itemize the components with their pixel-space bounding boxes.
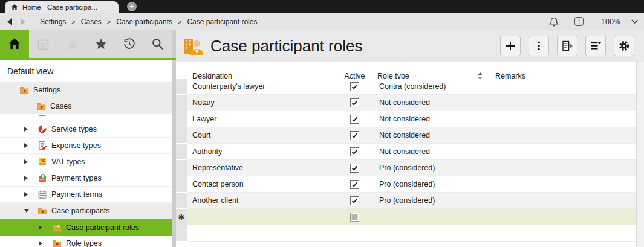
row-selector[interactable] [176,111,187,127]
checkbox-checked[interactable] [350,164,359,173]
cell-role-type[interactable]: Pro (considered) [372,176,490,193]
row-selector[interactable] [176,193,187,209]
cell-remarks[interactable] [490,193,636,209]
sidebar-item-expense-types[interactable]: Expense types [0,138,172,154]
checkbox-disabled[interactable] [350,213,359,222]
breadcrumb-item-cases[interactable]: Cases [81,18,102,26]
new-cell-role-type[interactable] [372,209,490,225]
expand-caret-icon[interactable] [39,225,52,230]
cell-designation[interactable]: Notary [187,95,337,111]
cell-designation[interactable]: Contact person [187,176,337,193]
sidebar-item-cases[interactable]: Cases [0,98,172,115]
cell-remarks[interactable] [490,79,636,95]
cell-role-type[interactable]: Not considered [372,144,490,160]
checkbox-checked[interactable] [350,147,359,156]
expand-caret-icon[interactable] [24,143,37,148]
settings-button[interactable] [614,36,634,56]
sidebar-item-clipped-row[interactable] [0,115,172,121]
row-selector[interactable] [176,95,187,111]
breadcrumb-item-case-participant-roles[interactable]: Case participant roles [187,18,257,26]
cell-designation[interactable]: Representative [187,160,337,176]
forward-icon[interactable] [21,18,25,25]
cell-designation[interactable]: Counterparty's lawyer [187,79,337,95]
cell-designation[interactable]: Authority [187,144,337,160]
checkbox-checked[interactable] [350,115,359,124]
cell-remarks[interactable] [490,111,636,127]
cell-active[interactable] [337,144,372,160]
tab-home[interactable] [0,30,29,58]
folder-icon [37,206,47,216]
cell-active[interactable] [337,176,372,193]
cell-designation[interactable]: Another client [187,193,337,209]
sidebar-item-case-participants[interactable]: Case participants [0,203,172,219]
case-participant-roles-icon [182,35,204,57]
vertical-scrollbar[interactable] [636,62,644,247]
bell-icon[interactable] [548,16,559,27]
sort-menu-button[interactable] [585,36,606,56]
more-options-button[interactable] [529,36,549,56]
cell-active[interactable] [337,79,372,95]
cell-remarks[interactable] [490,95,636,111]
cell-role-type[interactable]: Contra (considered) [372,79,490,95]
sidebar-item-label: Expense types [51,141,101,150]
chevron-down-icon[interactable] [630,17,639,26]
expand-caret-icon[interactable] [24,127,37,132]
row-selector[interactable] [176,160,187,176]
add-button[interactable] [500,36,521,56]
cell-active[interactable] [337,127,372,144]
cell-active[interactable] [337,160,372,176]
sidebar-item-service-types[interactable]: Service types [0,121,172,138]
tab-calendar[interactable] [29,30,57,58]
expand-caret-icon[interactable] [24,159,37,164]
new-cell-remarks[interactable] [490,209,636,225]
sidebar-item-case-participant-roles[interactable]: Case participant roles [0,219,172,236]
cell-role-type[interactable]: Not considered [372,95,490,111]
checkbox-checked[interactable] [350,98,359,107]
cell-role-type[interactable]: Not considered [372,127,490,144]
cell-designation[interactable]: Lawyer [187,111,337,127]
sidebar-item-payment-types[interactable]: $Payment types [0,170,172,187]
sidebar-item-vat-types[interactable]: %$VAT types [0,154,172,170]
checkbox-checked[interactable] [350,82,359,91]
alert-icon[interactable]: ! [574,17,584,26]
cell-role-type[interactable]: Not considered [372,111,490,127]
tab-search[interactable] [144,30,172,58]
zoom-level[interactable]: 100% [599,18,623,26]
sidebar-item-payment-terms[interactable]: Payment terms [0,187,172,203]
sidebar-item-settings[interactable]: Settings [0,82,172,98]
tab-history[interactable] [115,30,143,58]
collapse-caret-icon[interactable] [24,209,37,213]
new-row-selector[interactable]: ✱ [176,209,187,225]
cell-remarks[interactable] [490,127,636,144]
breadcrumb-item-settings[interactable]: Settings [40,18,66,26]
sidebar-item-role-types[interactable]: Role types [0,236,172,247]
new-cell-designation[interactable] [187,209,337,225]
row-selector[interactable] [176,176,187,193]
breadcrumb-item-case-participants[interactable]: Case participants [116,18,172,26]
cell-active[interactable] [337,111,372,127]
cell-remarks[interactable] [490,176,636,193]
tab-charts[interactable] [57,30,86,58]
row-selector[interactable] [176,144,187,160]
new-tab-button[interactable]: + [127,2,137,11]
cell-designation[interactable]: Court [187,127,337,144]
cell-active[interactable] [337,95,372,111]
checkbox-checked[interactable] [350,180,359,189]
row-selector[interactable] [176,127,187,144]
row-selector[interactable] [176,79,187,95]
cell-active[interactable] [337,193,372,209]
checkbox-checked[interactable] [350,196,359,205]
cell-role-type[interactable]: Pro (considered) [372,160,490,176]
expand-caret-icon[interactable] [24,192,37,197]
app-tab[interactable]: Home - Case participa... [5,1,119,13]
new-cell-active[interactable] [337,209,372,225]
cell-remarks[interactable] [490,144,636,160]
expand-caret-icon[interactable] [39,241,52,246]
export-document-button[interactable] [557,36,577,56]
cell-remarks[interactable] [490,160,636,176]
checkbox-checked[interactable] [350,131,359,140]
cell-role-type[interactable]: Pro (considered) [372,193,490,209]
back-icon[interactable] [7,18,12,25]
tab-favorites[interactable] [86,30,115,58]
expand-caret-icon[interactable] [24,176,37,181]
